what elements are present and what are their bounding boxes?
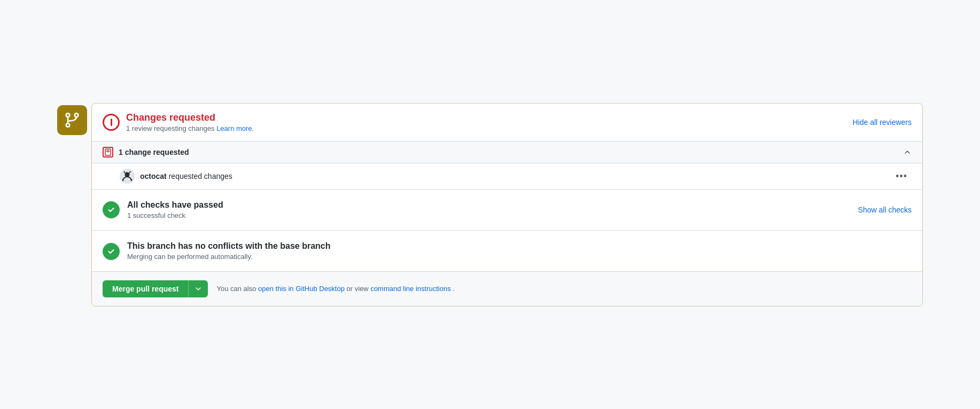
avatar [120, 169, 135, 184]
merge-dropdown-button[interactable] [189, 280, 208, 297]
changes-requested-left: Changes requested 1 review requesting ch… [103, 112, 254, 132]
checks-passed-icon [103, 201, 120, 218]
no-conflicts-section: This branch has no conflicts with the ba… [92, 231, 922, 272]
reviewer-name: octocat requested changes [140, 172, 232, 180]
merge-button-group: Merge pull request [103, 280, 208, 297]
changes-requested-icon [103, 114, 120, 131]
chevron-down-icon [195, 286, 201, 292]
merge-hint-middle: or view [347, 285, 369, 293]
no-conflicts-icon [103, 243, 120, 260]
no-conflicts-subtitle: Merging can be performed automatically. [127, 253, 331, 261]
learn-more-link[interactable]: Learn more. [216, 124, 254, 132]
merge-section: Merge pull request You can also open thi… [92, 272, 922, 306]
merge-hint-suffix: . [453, 285, 455, 293]
file-diff-icon [103, 147, 113, 158]
hide-reviewers-button[interactable]: Hide all reviewers [853, 118, 912, 127]
git-branch-icon [64, 112, 81, 129]
collapse-chevron[interactable] [903, 148, 912, 156]
changes-requested-title: Changes requested [126, 112, 254, 123]
open-desktop-link[interactable]: open this in GitHub Desktop [258, 285, 345, 293]
no-conflicts-title: This branch has no conflicts with the ba… [127, 241, 331, 251]
reviewer-name-bold: octocat [140, 172, 167, 180]
review-count-text: 1 review requesting changes [126, 124, 215, 132]
checks-left: All checks have passed 1 successful chec… [103, 200, 223, 219]
changes-requested-text: Changes requested 1 review requesting ch… [126, 112, 254, 132]
command-line-link[interactable]: command line instructions [370, 285, 450, 293]
reviewer-left: octocat requested changes [120, 169, 232, 184]
change-count-label: 1 change requested [119, 148, 189, 156]
change-count-left: 1 change requested [103, 147, 189, 158]
changes-requested-subtitle: 1 review requesting changes Learn more. [126, 124, 254, 132]
checks-title: All checks have passed [127, 200, 223, 210]
merge-hint-text: You can also open this in GitHub Desktop… [216, 285, 454, 293]
show-all-checks-button[interactable]: Show all checks [858, 206, 912, 214]
checks-subtitle: 1 successful check [127, 211, 223, 219]
reviewer-more-options-button[interactable]: ••• [891, 169, 912, 183]
checks-section: All checks have passed 1 successful chec… [92, 190, 922, 231]
changes-requested-section: Changes requested 1 review requesting ch… [92, 104, 922, 141]
pr-container: Changes requested 1 review requesting ch… [57, 103, 923, 306]
reviewer-row: octocat requested changes ••• [92, 163, 922, 190]
no-conflicts-text: This branch has no conflicts with the ba… [127, 241, 331, 261]
git-icon-box [57, 105, 87, 135]
reviewer-action-label: requested changes [169, 172, 232, 180]
checks-text: All checks have passed 1 successful chec… [127, 200, 223, 219]
change-count-row: 1 change requested [92, 141, 922, 163]
merge-pull-request-button[interactable]: Merge pull request [103, 280, 189, 297]
pr-panel: Changes requested 1 review requesting ch… [91, 103, 923, 306]
merge-hint-prefix: You can also [216, 285, 256, 293]
